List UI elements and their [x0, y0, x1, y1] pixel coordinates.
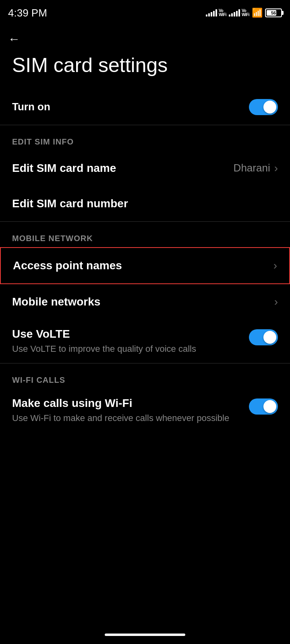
- edit-sim-info-header: EDIT SIM INFO: [0, 125, 290, 151]
- signal-1: Vo WiFi: [206, 9, 226, 17]
- back-button[interactable]: ←: [0, 28, 290, 50]
- vo-wifi-badge-2: Vo WiFi: [242, 9, 249, 17]
- bar: [213, 11, 215, 17]
- access-point-names-label: Access point names: [13, 259, 273, 272]
- access-point-names-right: ›: [273, 259, 277, 272]
- bar: [208, 13, 210, 17]
- battery-text: 56: [271, 10, 276, 15]
- edit-sim-card-name-value: Dharani: [234, 162, 270, 174]
- mobile-networks-content: Mobile networks: [12, 295, 274, 308]
- mobile-networks-label: Mobile networks: [12, 295, 274, 308]
- edit-sim-card-name-right: Dharani ›: [234, 162, 278, 175]
- access-point-names-item[interactable]: Access point names ›: [0, 247, 290, 284]
- volte-row[interactable]: Use VoLTE Use VoLTE to improve the quali…: [0, 320, 290, 363]
- home-bar: [105, 634, 185, 636]
- edit-sim-card-name-label: Edit SIM card name: [12, 162, 234, 175]
- status-bar: 4:39 PM Vo WiFi: [0, 0, 290, 24]
- edit-sim-card-number-item[interactable]: Edit SIM card number: [0, 186, 290, 221]
- chevron-icon-4: ›: [274, 295, 278, 308]
- wifi-calls-label: Make calls using Wi-Fi: [12, 397, 241, 410]
- bar: [211, 12, 212, 17]
- turn-on-label: Turn on: [12, 101, 50, 113]
- bar: [229, 14, 230, 17]
- back-arrow-icon: ←: [8, 32, 20, 45]
- volte-toggle[interactable]: [249, 329, 278, 345]
- chevron-icon-3: ›: [273, 259, 277, 272]
- bar: [234, 12, 235, 17]
- bar: [231, 13, 233, 17]
- wifi-calls-description: Use Wi-Fi to make and receive calls when…: [12, 412, 241, 425]
- volte-description: Use VoLTE to improve the quality of voic…: [12, 343, 241, 355]
- spacer: [0, 433, 290, 625]
- wifi-calls-row[interactable]: Make calls using Wi-Fi Use Wi-Fi to make…: [0, 389, 290, 433]
- volte-content: Use VoLTE Use VoLTE to improve the quali…: [12, 328, 249, 355]
- signal-2: Vo WiFi: [229, 9, 249, 17]
- turn-on-row[interactable]: Turn on: [0, 89, 290, 125]
- edit-sim-card-number-label: Edit SIM card number: [12, 197, 278, 210]
- status-icons: Vo WiFi Vo WiFi 📶 56: [206, 8, 282, 18]
- wifi-calls-toggle[interactable]: [249, 398, 278, 415]
- mobile-networks-item[interactable]: Mobile networks ›: [0, 284, 290, 320]
- signal-bars-1: [206, 9, 217, 17]
- page-title: SIM card settings: [0, 50, 290, 89]
- mobile-network-header: MOBILE NETWORK: [0, 222, 290, 247]
- vo-wifi-badge-1: Vo WiFi: [219, 9, 226, 17]
- edit-sim-card-name-item[interactable]: Edit SIM card name Dharani ›: [0, 151, 290, 186]
- wifi-icon: 📶: [252, 8, 263, 18]
- volte-toggle-knob: [263, 331, 276, 344]
- bar: [215, 9, 217, 17]
- volte-label: Use VoLTE: [12, 328, 241, 341]
- access-point-names-content: Access point names: [13, 259, 273, 272]
- battery-icon: 56: [265, 8, 282, 17]
- bar: [206, 14, 207, 17]
- wifi-calls-content: Make calls using Wi-Fi Use Wi-Fi to make…: [12, 397, 249, 425]
- chevron-icon: ›: [274, 162, 278, 175]
- home-indicator: [0, 625, 290, 644]
- wifi-calls-header: WI-FI CALLS: [0, 363, 290, 389]
- edit-sim-card-number-content: Edit SIM card number: [12, 197, 278, 210]
- bar: [236, 11, 238, 17]
- bar: [238, 9, 240, 17]
- signal-bars-2: [229, 9, 240, 17]
- mobile-networks-right: ›: [274, 295, 278, 308]
- page-content: ← SIM card settings Turn on EDIT SIM INF…: [0, 24, 290, 644]
- wifi-calls-toggle-knob: [263, 400, 276, 413]
- toggle-knob: [263, 101, 276, 114]
- status-time: 4:39 PM: [8, 7, 47, 19]
- edit-sim-card-name-content: Edit SIM card name: [12, 162, 234, 175]
- turn-on-toggle[interactable]: [249, 99, 278, 115]
